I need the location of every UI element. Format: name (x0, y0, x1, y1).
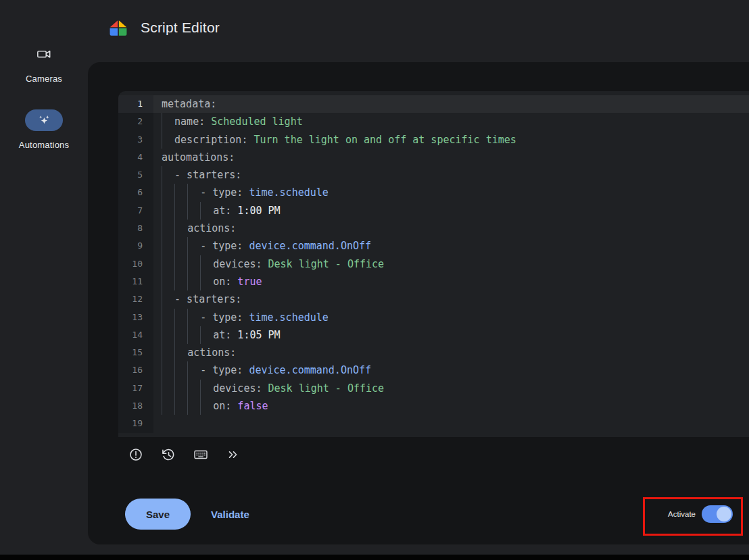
code-text: automations: (153, 149, 749, 166)
activate-control: Activate (668, 505, 733, 523)
line-number: 3 (118, 131, 153, 149)
page-title: Script Editor (141, 20, 220, 36)
sidebar-item-cameras[interactable]: Cameras (25, 43, 63, 84)
toggle-thumb (717, 507, 731, 521)
activate-toggle[interactable] (702, 505, 733, 523)
code-line[interactable]: 17devices: Desk light - Office (118, 380, 749, 397)
screen-bottom-edge (0, 555, 749, 560)
code-line[interactable]: 8actions: (118, 220, 749, 237)
code-text: at: 1:05 PM (153, 326, 749, 344)
code-text: - starters: (153, 166, 749, 184)
keyboard-icon (193, 447, 208, 462)
sparkle-icon (25, 109, 63, 131)
code-text: devices: Desk light - Office (153, 255, 749, 273)
code-line[interactable]: 12- starters: (118, 290, 749, 308)
sidebar-item-label: Cameras (26, 74, 62, 84)
code-line[interactable]: 7at: 1:00 PM (118, 202, 749, 220)
code-text: at: 1:00 PM (153, 202, 749, 220)
line-number: 14 (118, 326, 153, 344)
screen: Script Editor Cameras Automations (0, 0, 749, 560)
line-number: 8 (118, 220, 153, 237)
code-line[interactable]: 14at: 1:05 PM (118, 326, 749, 344)
code-text: - type: device.command.OnOff (153, 237, 749, 255)
camera-icon (25, 43, 63, 65)
more-tools-button[interactable] (219, 440, 247, 469)
code-text: - type: time.schedule (153, 184, 749, 201)
history-icon (161, 447, 176, 462)
line-number: 18 (118, 397, 153, 415)
line-number: 5 (118, 166, 153, 184)
line-number: 19 (118, 415, 153, 432)
code-line[interactable]: 15actions: (118, 344, 749, 361)
code-line[interactable]: 11on: true (118, 273, 749, 290)
code-line[interactable]: 19 (118, 415, 749, 432)
code-line[interactable]: 13- type: time.schedule (118, 309, 749, 326)
line-number: 11 (118, 273, 153, 290)
line-number: 17 (118, 380, 153, 397)
code-line[interactable]: 6- type: time.schedule (118, 184, 749, 201)
save-button[interactable]: Save (125, 499, 191, 530)
code-text: devices: Desk light - Office (153, 380, 749, 397)
line-number: 2 (118, 113, 153, 130)
code-editor[interactable]: 1metadata:2name: Scheduled light3descrip… (118, 91, 749, 437)
code-line[interactable]: 2name: Scheduled light (118, 113, 749, 130)
history-button[interactable] (154, 440, 183, 469)
code-line[interactable]: 10devices: Desk light - Office (118, 255, 749, 273)
code-text: - type: time.schedule (153, 309, 749, 326)
editor-card: 1metadata:2name: Scheduled light3descrip… (88, 62, 749, 544)
problems-button[interactable] (122, 440, 150, 469)
code-text: description: Turn the light on and off a… (153, 131, 749, 149)
code-line[interactable]: 1metadata: (118, 95, 749, 113)
code-line[interactable]: 4automations: (118, 149, 749, 166)
line-number: 6 (118, 184, 153, 201)
sidebar-item-label: Automations (19, 140, 69, 150)
code-text (153, 415, 749, 432)
line-number: 13 (118, 309, 153, 326)
code-line[interactable]: 18on: false (118, 397, 749, 415)
line-number: 15 (118, 344, 153, 361)
code-text: actions: (153, 344, 749, 361)
code-text: - type: device.command.OnOff (153, 361, 749, 379)
double-chevron-icon (226, 447, 241, 462)
keyboard-button[interactable] (187, 440, 215, 469)
line-number: 10 (118, 255, 153, 273)
action-bar: Save Validate Activate (125, 498, 733, 530)
code-text: metadata: (153, 95, 749, 113)
code-line[interactable]: 16- type: device.command.OnOff (118, 361, 749, 379)
code-line[interactable]: 3description: Turn the light on and off … (118, 131, 749, 149)
code-text: name: Scheduled light (153, 113, 749, 130)
activate-label: Activate (668, 510, 696, 518)
code-text: actions: (153, 220, 749, 237)
line-number: 1 (118, 95, 153, 113)
code-lines: 1metadata:2name: Scheduled light3descrip… (118, 95, 749, 433)
editor-toolbar (122, 440, 247, 469)
line-number: 12 (118, 290, 153, 308)
code-line[interactable]: 9- type: device.command.OnOff (118, 237, 749, 255)
line-number: 16 (118, 361, 153, 379)
code-text: on: true (153, 273, 749, 290)
validate-button[interactable]: Validate (211, 509, 249, 520)
app-header: Script Editor (108, 12, 220, 43)
line-number: 7 (118, 202, 153, 220)
error-icon (128, 447, 143, 462)
line-number: 9 (118, 237, 153, 255)
line-number: 4 (118, 149, 153, 166)
sidebar-item-automations[interactable]: Automations (19, 109, 69, 150)
sidebar: Cameras Automations (0, 43, 88, 150)
code-text: on: false (153, 397, 749, 415)
google-home-logo (108, 18, 128, 37)
code-line[interactable]: 5- starters: (118, 166, 749, 184)
code-text: - starters: (153, 290, 749, 308)
